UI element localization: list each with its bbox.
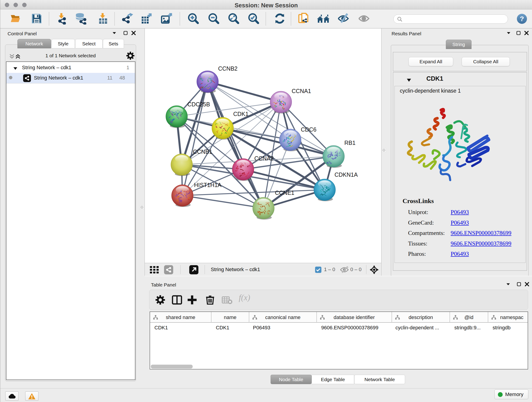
svg-text:CDK1: CDK1 xyxy=(233,111,249,117)
svg-text:CDKN1A: CDKN1A xyxy=(335,172,358,178)
svg-text:CCNA2: CCNA2 xyxy=(254,155,274,162)
svg-text:RB1: RB1 xyxy=(344,140,355,146)
svg-text:CDC25B: CDC25B xyxy=(187,101,210,108)
svg-text:CCNA1: CCNA1 xyxy=(292,88,311,94)
svg-text:CCNB2: CCNB2 xyxy=(218,65,238,72)
svg-text:HIST1H1A: HIST1H1A xyxy=(194,182,222,188)
svg-text:CDC6: CDC6 xyxy=(301,126,317,133)
svg-text:CCNB1: CCNB1 xyxy=(193,148,212,155)
svg-text:CCNE1: CCNE1 xyxy=(275,190,294,196)
